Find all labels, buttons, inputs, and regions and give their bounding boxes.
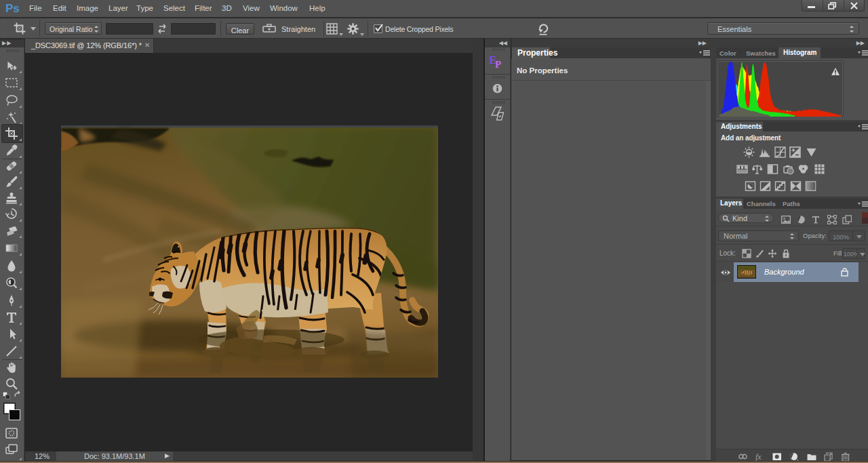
svg-text:fx: fx bbox=[755, 452, 762, 462]
